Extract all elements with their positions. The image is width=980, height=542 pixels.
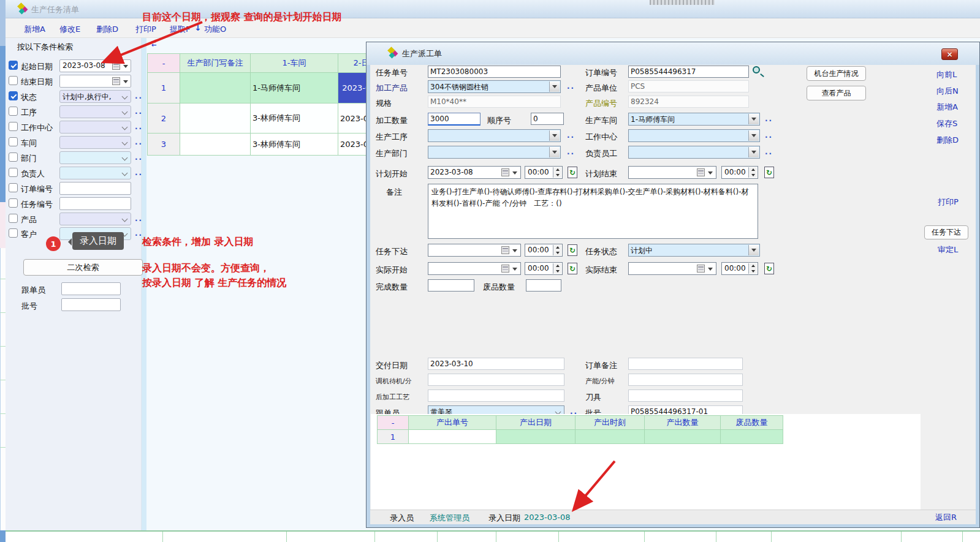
dropdown-icon[interactable] [708,268,713,271]
post-process-field[interactable] [428,390,564,402]
column-header[interactable]: 产出时刻 [575,416,645,430]
calendar-icon[interactable] [697,265,705,273]
add-link[interactable]: 新增A [936,102,958,113]
actual-end-date[interactable] [628,262,716,275]
tool-field[interactable] [628,390,743,402]
capacity-field[interactable] [628,374,743,386]
view-product-button[interactable]: 查看产品 [807,86,866,100]
delete-link[interactable]: 删除D [936,135,959,146]
checkbox-department[interactable] [9,152,18,162]
checkbox-order-no[interactable] [9,183,18,192]
dept-combo[interactable] [428,146,561,159]
table-row[interactable]: 1 1-马师傅车间 2023-03-08 [148,73,393,104]
department-combo[interactable] [59,151,131,164]
actual-end-time[interactable]: 00:00 [721,262,758,275]
more-link[interactable]: .. [135,153,143,162]
workshop-combo[interactable]: 1-马师傅车间 [628,113,760,126]
batch-input[interactable] [61,298,121,311]
time-spinner[interactable] [553,245,561,255]
lookup-magnifier-icon[interactable] [753,66,760,73]
output-date-cell[interactable] [496,430,575,444]
swap-columns-icon[interactable]: → ← [151,40,156,47]
plan-end-time[interactable]: 00:00 [721,166,758,179]
done-qty-input[interactable] [428,279,474,292]
row-number[interactable]: 1 [148,73,180,104]
task-status-combo[interactable]: 计划中 [628,244,760,257]
process-combo[interactable] [428,129,561,142]
dropdown-icon[interactable] [549,81,560,92]
more-link[interactable]: .. [135,168,143,177]
menu-add-button[interactable]: 新增A [24,24,45,35]
table-row[interactable]: 3 3-林师傅车间 2023-03-08 [148,134,393,156]
output-no-cell[interactable] [409,430,496,444]
back-link[interactable]: 返回R [935,512,957,523]
refresh-icon[interactable]: ↻ [764,167,774,178]
scrap-qty-input[interactable] [526,279,561,292]
remark-textarea[interactable]: 业务()-打生产单()-待确认师傅()-查库存料()-打材料采购单()-交生产单… [428,184,758,239]
plan-end-date[interactable] [628,166,716,179]
output-qty-cell[interactable] [645,430,721,444]
time-spinner[interactable] [553,263,561,274]
more-link[interactable]: .. [765,131,773,140]
more-link[interactable]: .. [567,148,575,156]
column-header[interactable]: - [148,54,180,73]
menu-edit-button[interactable]: 修改E [59,24,80,35]
dropdown-icon[interactable] [708,171,713,175]
calendar-icon[interactable] [112,77,120,85]
column-header[interactable]: 产出日期 [496,416,575,430]
workcenter-combo[interactable] [59,121,131,134]
checkbox-status[interactable] [9,91,18,100]
row-number[interactable]: 2 [148,104,180,134]
more-link[interactable]: .. [135,138,143,146]
more-link[interactable]: .. [567,82,575,91]
dropdown-icon[interactable] [549,147,560,157]
workshop-cell[interactable]: 1-马师傅车间 [251,73,338,104]
task-no-input[interactable]: MT2303080003 [428,66,561,78]
checkbox-end-date[interactable] [9,76,18,85]
start-date-input[interactable]: 2023-03-08 [59,59,131,72]
order-no-input[interactable]: P0585544496317 [628,66,749,78]
plan-start-time[interactable]: 00:00 [525,166,563,179]
dialog-titlebar[interactable]: 生产派工单 [367,42,979,65]
dropdown-icon[interactable] [512,171,517,175]
more-link[interactable]: .. [135,92,143,100]
time-spinner[interactable] [748,167,757,178]
calendar-icon[interactable] [697,168,705,176]
next-link[interactable]: 向后N [936,86,959,97]
dropdown-icon[interactable] [512,268,517,271]
dropdown-icon[interactable] [123,80,128,83]
menu-delete-button[interactable]: 删除D [96,24,118,35]
plan-start-date[interactable]: 2023-03-08 [428,166,521,179]
close-button[interactable]: × [941,48,958,60]
more-link[interactable]: .. [765,148,773,156]
end-date-input[interactable] [59,75,131,88]
prev-link[interactable]: 向前L [936,69,957,80]
column-header[interactable]: 废品数量 [721,416,783,430]
output-scrap-cell[interactable] [721,430,783,444]
approve-link[interactable]: 审定L [938,244,958,255]
refresh-icon[interactable]: ↻ [764,263,774,274]
machine-status-button[interactable]: 机台生产情况 [807,66,866,81]
output-time-cell[interactable] [575,430,645,444]
refresh-icon[interactable]: ↻ [568,167,577,178]
dropdown-icon[interactable] [748,130,759,141]
deliver-date-field[interactable]: 2023-03-10 [428,358,564,370]
workshop-cell[interactable]: 3-林师傅车间 [251,134,338,156]
workcenter-combo[interactable] [628,129,760,142]
dropdown-icon[interactable] [549,130,560,141]
checkbox-customer[interactable] [9,228,18,238]
checkbox-task-no[interactable] [9,198,18,208]
checkbox-workcenter[interactable] [9,122,18,131]
workshop-cell[interactable]: 3-林师傅车间 [251,104,338,134]
menu-extract-button[interactable]: 提取F [170,24,190,35]
more-link[interactable]: .. [135,107,143,116]
time-spinner[interactable] [553,167,561,178]
task-no-input[interactable] [59,197,131,210]
column-header[interactable]: - [378,416,409,430]
row-number[interactable]: 1 [378,430,409,444]
secondary-search-button[interactable]: 二次检索 [23,259,143,276]
note-cell[interactable] [180,104,251,134]
more-link[interactable]: .. [765,115,773,123]
calendar-icon[interactable] [501,265,509,273]
table-row[interactable]: 1 [378,430,783,444]
